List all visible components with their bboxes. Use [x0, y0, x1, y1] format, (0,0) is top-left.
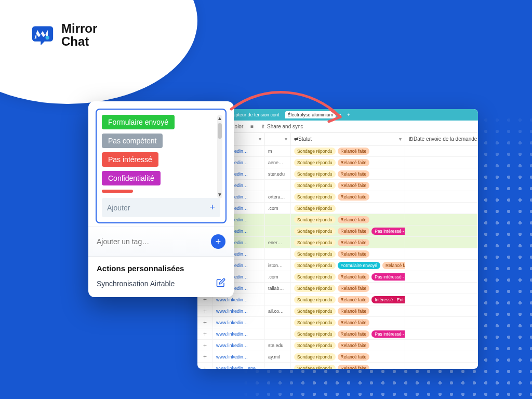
status-chip-sondage: Sondage répondu [294, 285, 336, 292]
status-cell[interactable]: Sondage réponduRelancé faite [291, 180, 405, 191]
sheet-column-headers: linkedin ▾ ▾ ⇄ Statut▾ 🗓 Date envoie de … [197, 133, 478, 145]
tag-card: Formulaire envoyéPas compétentPas intére… [88, 101, 234, 297]
table-row[interactable]: +www.linkedin…aene…Sondage réponduRelanc… [197, 157, 478, 168]
linkedin-link[interactable]: www.linkedin… [216, 297, 248, 302]
col-date[interactable]: 🗓 Date envoie de la demande [405, 133, 478, 145]
status-chip-sondage: Sondage répondu [294, 182, 336, 189]
table-row[interactable]: +www.linkedin…mSondage réponduRelancé fa… [197, 145, 478, 157]
status-cell[interactable]: Sondage réponduRelancé faite [291, 145, 405, 156]
tag-pill[interactable]: Pas intéressé [102, 152, 158, 167]
status-cell[interactable]: Sondage réponduRelancé faite [291, 305, 405, 316]
table-row[interactable]: +www.linkedin…Sondage réponduRelancé fai… [197, 294, 478, 305]
table-row[interactable]: +www.linkedin…Sondage réponduRelancé fai… [197, 225, 478, 237]
status-cell[interactable]: Sondage répondu [291, 203, 405, 214]
sheet-tab-dropdown-icon[interactable]: ▾ [339, 112, 341, 117]
toolbar-share[interactable]: ⇪Share and sync [261, 124, 303, 129]
chevron-down-icon: ▾ [399, 136, 402, 142]
status-chip-relance: Relancé faite [338, 365, 370, 369]
col-statut[interactable]: ⇄ Statut▾ [291, 133, 405, 145]
status-cell[interactable]: Sondage réponduRelancé faite [291, 157, 405, 168]
row-expand-icon[interactable]: + [203, 319, 207, 326]
status-cell[interactable]: Sondage réponduRelancé faite [291, 191, 405, 202]
table-row[interactable]: +www.linkedin…ster.eduSondage réponduRel… [197, 168, 478, 180]
table-row[interactable]: +www.linkedin…Sondage réponduRelancé fai… [197, 248, 478, 260]
table-row[interactable]: +www.linkedin…ener…Sondage réponduRelanc… [197, 237, 478, 248]
tag-input[interactable] [97, 237, 211, 246]
toolbar-rowheight[interactable]: ≡ [250, 124, 254, 129]
status-chip-relance: Relancé faite [338, 250, 370, 258]
table-row[interactable]: +www.linkedin…Sondage réponduRelancé fai… [197, 328, 478, 340]
tag-pill[interactable]: Pas compétent [102, 134, 163, 148]
status-cell[interactable]: Sondage réponduRelancé faite [291, 168, 405, 179]
status-cell[interactable]: Sondage réponduRelancé faiteIntéressé - … [291, 294, 405, 305]
edit-icon[interactable] [216, 278, 225, 289]
status-cell[interactable]: Sondage réponduRelancé faitePas intéress… [291, 328, 405, 339]
row-expand-icon[interactable]: + [203, 308, 207, 315]
status-cell[interactable]: Sondage réponduRelancé faitePas intéress… [291, 225, 405, 236]
linkedin-link[interactable]: www.linkedin… [216, 320, 248, 325]
scroll-up-icon[interactable]: ▲ [217, 116, 222, 121]
linkedin-link[interactable]: www.linkedin… [216, 354, 248, 360]
table-row[interactable]: +www.linkedin…ay.milSondage réponduRelan… [197, 351, 478, 363]
status-cell[interactable]: Sondage réponduRelancé faite [291, 317, 405, 328]
row-expand-icon[interactable]: + [203, 342, 207, 349]
svg-point-0 [46, 36, 49, 39]
linkedin-link[interactable]: www.linkedin… [216, 309, 248, 314]
status-cell[interactable]: Sondage réponduRelancé faite [291, 237, 405, 248]
row-expand-icon[interactable]: + [203, 353, 207, 361]
linkedin-link[interactable]: www.linkedin… [216, 343, 248, 348]
table-row[interactable]: +www.linkedin…Sondage réponduRelancé fai… [197, 214, 478, 225]
action-sync-airtable[interactable]: Synchronisation Airtable [97, 278, 225, 289]
status-cell[interactable]: Sondage réponduFormulaire envoyéRelancé … [291, 260, 405, 271]
status-chip-formenv: Formulaire envoyé [338, 262, 380, 269]
status-chip-sondage: Sondage répondu [294, 353, 336, 361]
linkedin-link[interactable]: www.linkedin…ene [216, 366, 256, 369]
table-row[interactable]: +www.linkedin…Sondage réponduRelancé fai… [197, 180, 478, 191]
table-row[interactable]: +www.linkedin…ste.eduSondage réponduRela… [197, 340, 478, 351]
status-chip-relance: Relancé faite [338, 273, 370, 281]
tag-add-button[interactable]: + [211, 234, 225, 249]
scroll-thumb[interactable] [218, 123, 222, 139]
table-row[interactable]: +www.linkedin…Sondage réponduRelancé fai… [197, 317, 478, 328]
table-row[interactable]: +www.linkedin….comSondage répondu [197, 203, 478, 214]
sheet-tab-add[interactable]: + [344, 111, 352, 118]
scroll-down-icon[interactable]: ▼ [217, 192, 222, 197]
tag-pill[interactable]: Confidentialité [102, 171, 161, 185]
table-row[interactable]: +www.linkedin…eneSondage réponduRelancé … [197, 363, 478, 369]
status-cell[interactable]: Sondage réponduRelancé faite [291, 283, 405, 294]
brand-logo: Mirror Chat [31, 22, 97, 48]
status-cell[interactable]: Sondage réponduRelancé faitePas intéress… [291, 271, 405, 282]
status-cell[interactable]: Sondage réponduRelancé faite [291, 340, 405, 351]
scrollbar[interactable]: ▲ ▼ [217, 115, 222, 198]
row-expand-icon[interactable]: + [203, 365, 207, 369]
table-row[interactable]: +www.linkedin…ail.co…Sondage réponduRela… [197, 305, 478, 317]
status-chip-sondage: Sondage répondu [294, 342, 336, 349]
status-chip-sondage: Sondage répondu [294, 296, 336, 303]
table-row[interactable]: +www.linkedin…ortera…Sondage réponduRela… [197, 191, 478, 203]
status-cell[interactable]: Sondage réponduRelancé faite [291, 363, 405, 369]
status-chip-pasint: Pas intéressé - Ent… [371, 330, 405, 338]
table-row[interactable]: +www.linkedin….comSondage réponduRelancé… [197, 271, 478, 283]
status-cell[interactable]: Sondage réponduRelancé faite [291, 214, 405, 225]
date-cell [405, 260, 478, 271]
table-row[interactable]: +www.linkedin…tallab…Sondage réponduRela… [197, 283, 478, 294]
row-expand-icon[interactable]: + [203, 330, 207, 338]
email-cell: .com [265, 203, 291, 214]
chevron-down-icon: ▾ [259, 136, 261, 142]
status-chip-relance: Relancé faite [338, 193, 370, 201]
col-spacer[interactable]: ▾ [265, 133, 291, 145]
tag-add-row[interactable]: Ajouter + [102, 198, 220, 217]
airtable-sheet: Theraos Capteur de tension cont Électrol… [197, 109, 478, 369]
status-chip-sondage: Sondage répondu [294, 193, 336, 201]
tag-pill-overflow[interactable] [102, 190, 133, 193]
table-row[interactable]: +www.linkedin…iston…Sondage réponduFormu… [197, 260, 478, 271]
linkedin-link[interactable]: www.linkedin… [216, 331, 248, 337]
sheet-tab-active[interactable]: Électrolyse aluminium [285, 111, 336, 118]
email-cell: .com [265, 271, 291, 282]
status-cell[interactable]: Sondage réponduRelancé faite [291, 351, 405, 362]
sheet-tab[interactable]: Capteur de tension cont [227, 111, 282, 118]
share-icon: ⇪ [261, 124, 265, 129]
status-cell[interactable]: Sondage réponduRelancé faite [291, 248, 405, 259]
status-chip-relance: Relancé faite [338, 159, 370, 166]
tag-pill[interactable]: Formulaire envoyé [102, 115, 175, 129]
